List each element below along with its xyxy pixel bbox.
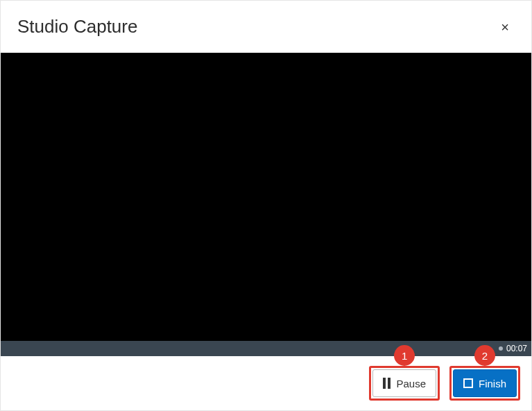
pause-icon [383,378,391,389]
video-preview [1,53,531,341]
dialog-header: Studio Capture × [1,1,531,53]
annotation-badge-1: 1 [394,345,415,366]
recording-indicator-dot [499,346,503,351]
annotation-box-2: Finish [449,366,520,401]
close-button[interactable]: × [495,17,515,37]
annotation-box-1: Pause [369,366,440,401]
finish-button[interactable]: Finish [453,369,517,397]
studio-capture-dialog: Studio Capture × 00:07 1 Pause 2 Finish [0,0,532,411]
finish-button-label: Finish [479,378,506,389]
recording-status-bar: 00:07 [1,341,531,356]
pause-button-label: Pause [396,378,426,389]
annotation-1: 1 Pause [369,366,440,401]
annotation-badge-2: 2 [474,345,495,366]
dialog-title: Studio Capture [17,16,137,37]
dialog-footer: 1 Pause 2 Finish [1,356,531,410]
stop-icon [463,378,473,388]
pause-button[interactable]: Pause [372,369,436,397]
recording-timer: 00:07 [506,344,527,353]
annotation-2: 2 Finish [449,366,520,401]
